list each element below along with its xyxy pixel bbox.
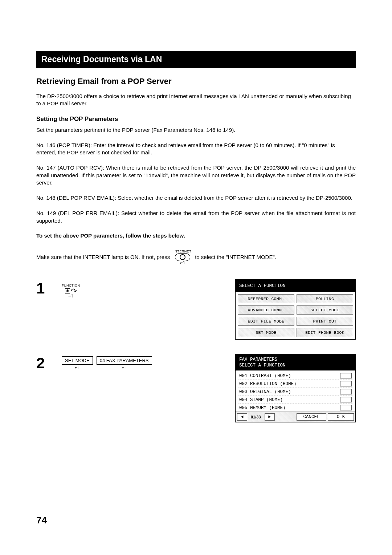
lcd-panel-1: SELECT A FUNCTION DEFERRED COMM. POLLING…: [235, 279, 356, 340]
paragraph-2: No. 146 (POP TIMER): Enter the interval …: [36, 142, 356, 157]
param-label: 001 CONTRAST (HOME): [239, 373, 337, 378]
lcd2-header-line1: FAX PARAMETERS: [239, 357, 352, 362]
param-row-001[interactable]: 001 CONTRAST (HOME): [238, 372, 352, 380]
param-label: 003 ORIGINAL (HOME): [239, 389, 337, 394]
lcd-btn-set-mode[interactable]: SET MODE: [238, 328, 294, 337]
lcd-btn-select-mode[interactable]: SELECT MODE: [297, 305, 353, 315]
instr-before: Make sure that the INTERNET lamp is ON. …: [36, 254, 170, 260]
prev-page-button[interactable]: ◄: [237, 413, 247, 421]
param-label: 004 STAMP (HOME): [239, 397, 337, 402]
star-key-icon: ✱: [65, 288, 70, 293]
section-title-bar: Receiving Documents via LAN: [36, 51, 356, 68]
intro-paragraph: The DP-2500/3000 offers a choice to retr…: [36, 93, 356, 108]
param-row-002[interactable]: 002 RESOLUTION (HOME): [238, 380, 352, 388]
internet-label: INTERNET: [173, 250, 191, 253]
param-label: 005 MEMORY (HOME): [239, 405, 337, 410]
press-hand-icon: ⌐˥: [122, 365, 127, 369]
lcd2-header-line2: SELECT A FUNCTION: [239, 362, 352, 368]
step-number-2: 2: [36, 354, 62, 371]
lcd1-header-text: SELECT A FUNCTION: [239, 283, 352, 289]
set-mode-button[interactable]: SET MODE: [62, 356, 93, 365]
press-hand-icon: ⌐˥: [75, 365, 79, 369]
lcd2-header: FAX PARAMETERS SELECT A FUNCTION: [236, 355, 355, 371]
fax-parameters-button[interactable]: 04 FAX PARAMETERS: [97, 356, 152, 365]
sub-heading: Setting the POP Parameters: [36, 116, 356, 123]
step-2-action: SET MODE ⌐˥ 04 FAX PARAMETERS ⌐˥: [62, 354, 200, 369]
lcd-btn-deferred-comm[interactable]: DEFERRED COMM.: [238, 294, 294, 303]
function-button[interactable]: FUNCTION ✱ ↷ ⌐˥: [62, 284, 80, 298]
lcd-btn-polling[interactable]: POLLING: [297, 294, 353, 303]
paragraph-5: No. 149 (DEL POP ERR EMAIL): Select whet…: [36, 210, 356, 224]
param-row-005[interactable]: 005 MEMORY (HOME): [238, 404, 352, 412]
lcd1-header: SELECT A FUNCTION: [236, 280, 355, 292]
paragraph-3: No. 147 (AUTO POP RCV): When there is ma…: [36, 164, 356, 186]
ok-button[interactable]: O K: [328, 413, 354, 421]
next-page-button[interactable]: ►: [265, 413, 275, 421]
lcd-btn-edit-file-mode[interactable]: EDIT FILE MODE: [238, 317, 294, 326]
manual-page: Receiving Documents via LAN Retrieving E…: [0, 0, 392, 555]
cancel-button[interactable]: CANCEL: [297, 413, 326, 421]
lcd-btn-print-out[interactable]: PRINT OUT: [297, 317, 353, 326]
lcd-panel-2: FAX PARAMETERS SELECT A FUNCTION 001 CON…: [235, 354, 356, 423]
param-row-003[interactable]: 003 ORIGINAL (HOME): [238, 388, 352, 396]
step-1: 1 FUNCTION ✱ ↷ ⌐˥ SELECT A FUNCTION DEFE…: [36, 279, 356, 340]
param-value-box: [340, 405, 352, 410]
page-indicator: 01/33: [249, 413, 263, 421]
paragraph-4: No. 148 (DEL POP RCV EMAIL): Select whet…: [36, 194, 356, 202]
press-hand-icon: ⌐˥: [69, 294, 73, 298]
internet-mode-instruction: Make sure that the INTERNET lamp is ON. …: [36, 250, 356, 265]
step-number-1: 1: [36, 279, 62, 296]
step-2: 2 SET MODE ⌐˥ 04 FAX PARAMETERS ⌐˥ FAX P…: [36, 354, 356, 423]
page-number: 74: [36, 515, 47, 526]
param-row-004[interactable]: 004 STAMP (HOME): [238, 396, 352, 404]
param-value-box: [340, 397, 352, 402]
main-heading: Retrieving Email from a POP Server: [36, 77, 356, 86]
paragraph-1: Set the parameters pertinent to the POP …: [36, 126, 356, 134]
step-1-action: FUNCTION ✱ ↷ ⌐˥: [62, 279, 200, 298]
param-label: 002 RESOLUTION (HOME): [239, 381, 337, 386]
lcd-btn-advanced-comm[interactable]: ADVANCED COMM.: [238, 305, 294, 315]
param-value-box: [340, 373, 352, 378]
internet-button[interactable]: INTERNET ⌐˥: [173, 250, 191, 265]
bold-instruction: To set the above POP parameters, follow …: [36, 232, 356, 239]
lcd2-footer: ◄ 01/33 ► CANCEL O K: [236, 412, 355, 422]
param-value-box: [340, 389, 352, 394]
lcd-btn-edit-phone-book[interactable]: EDIT PHONE BOOK: [297, 328, 353, 337]
instr-after: to select the "INTERNET MODE".: [195, 254, 276, 260]
globe-icon: [175, 253, 190, 261]
param-value-box: [340, 381, 352, 386]
